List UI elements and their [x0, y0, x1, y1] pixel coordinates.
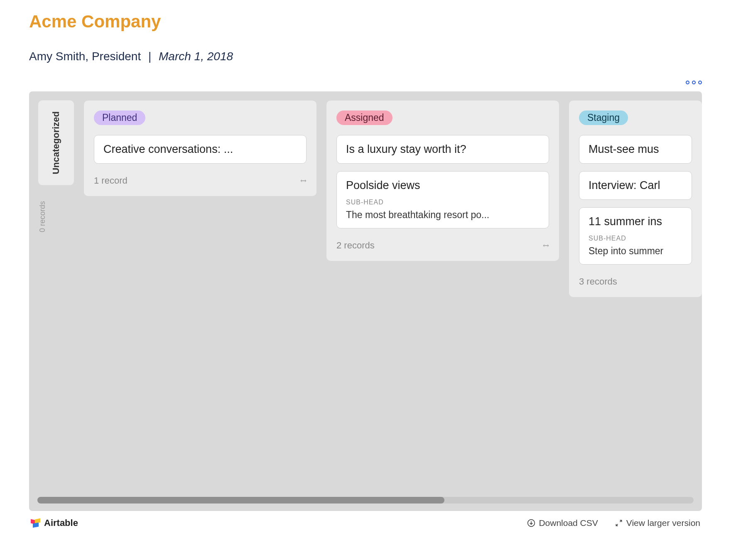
separator: | [148, 50, 151, 63]
card[interactable]: Poolside views SUB-HEAD The most breatht… [336, 171, 549, 228]
column-staging: Staging Must-see mus Interview: Carl 11 … [569, 101, 702, 297]
column-planned: Planned Creative conversations: ... 1 re… [84, 101, 316, 196]
collapse-icon[interactable]: ⤢ [540, 240, 551, 251]
airtable-brand[interactable]: Airtable [31, 518, 78, 528]
column-header: Assigned [336, 111, 549, 125]
scroll-thumb[interactable] [37, 497, 444, 504]
card-title: Creative conversations: ... [103, 143, 297, 156]
subhead-label: SUB-HEAD [346, 199, 540, 206]
download-icon [527, 519, 535, 527]
page-subtitle: Amy Smith, President | March 1, 2018 [29, 50, 702, 63]
download-csv-button[interactable]: Download CSV [527, 518, 598, 528]
collapse-icon[interactable]: ⤢ [298, 175, 309, 186]
card-title: Is a luxury stay worth it? [346, 143, 540, 156]
column-header: Staging [579, 111, 692, 125]
more-dots-icon[interactable] [686, 81, 702, 84]
card[interactable]: Creative conversations: ... [94, 135, 307, 164]
column-header: Planned [94, 111, 307, 125]
page-title: Acme Company [29, 12, 702, 32]
card-subhead: Step into summer [589, 246, 682, 257]
kanban-board: Uncategorized 0 records Planned Creative… [38, 101, 702, 462]
card-title: Poolside views [346, 179, 540, 192]
uncategorized-count: 0 records [38, 194, 74, 240]
record-count: 2 records [336, 240, 375, 251]
status-pill-assigned[interactable]: Assigned [336, 111, 392, 125]
embed-footer: Airtable Download CSV View larger versio… [29, 511, 702, 528]
card-title: Interview: Carl [589, 179, 682, 192]
card[interactable]: Is a luxury stay worth it? [336, 135, 549, 164]
author-name: Amy Smith, President [29, 50, 141, 63]
enlarge-label: View larger version [626, 518, 700, 528]
expand-icon [615, 519, 623, 527]
card[interactable]: 11 summer ins SUB-HEAD Step into summer [579, 207, 692, 265]
uncategorized-header[interactable]: Uncategorized [38, 101, 74, 185]
card[interactable]: Must-see mus [579, 135, 692, 164]
subhead-label: SUB-HEAD [589, 235, 682, 242]
page-date: March 1, 2018 [159, 50, 233, 63]
brand-name: Airtable [44, 518, 78, 528]
card-title: Must-see mus [589, 143, 682, 156]
airtable-logo-icon [31, 519, 41, 527]
view-larger-button[interactable]: View larger version [615, 518, 700, 528]
download-label: Download CSV [539, 518, 598, 528]
card-subhead: The most breathtaking resort po... [346, 209, 540, 221]
horizontal-scrollbar[interactable] [37, 497, 694, 504]
record-count: 3 records [579, 276, 617, 287]
kanban-embed: Uncategorized 0 records Planned Creative… [29, 91, 702, 511]
column-assigned: Assigned Is a luxury stay worth it? Pool… [326, 101, 559, 261]
card[interactable]: Interview: Carl [579, 171, 692, 200]
card-title: 11 summer ins [589, 215, 682, 228]
status-pill-planned[interactable]: Planned [94, 111, 145, 125]
status-pill-staging[interactable]: Staging [579, 111, 628, 125]
record-count: 1 record [94, 175, 128, 186]
uncategorized-column: Uncategorized 0 records [38, 101, 74, 240]
